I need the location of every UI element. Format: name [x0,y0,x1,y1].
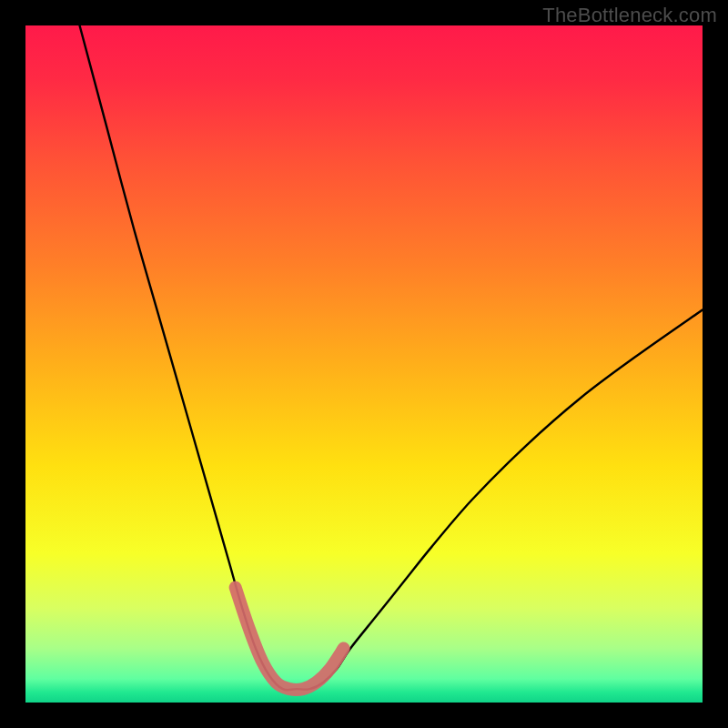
bottleneck-curve [80,25,703,690]
chart-frame: TheBottleneck.com [0,0,728,728]
sweet-spot-highlight [236,588,344,691]
plot-area [25,25,703,703]
watermark-text: TheBottleneck.com [542,4,717,27]
curve-layer [25,25,703,703]
